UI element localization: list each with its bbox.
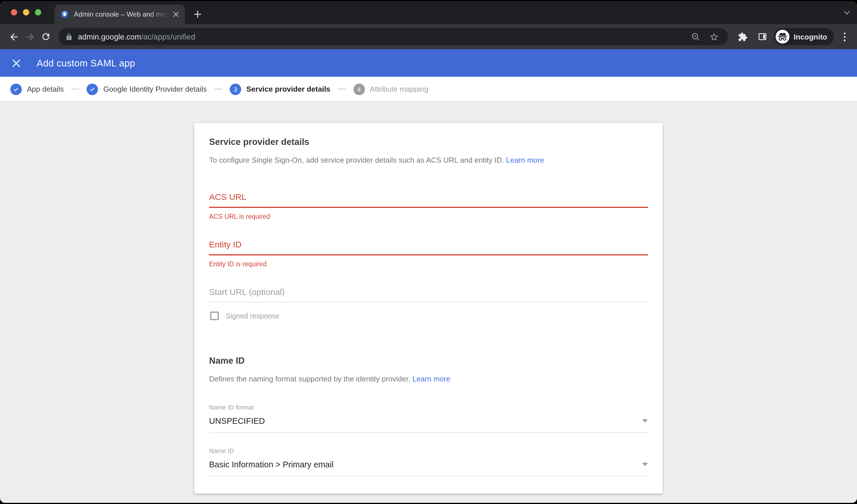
signed-response-row[interactable]: Signed response xyxy=(210,312,648,320)
step-service-provider-details[interactable]: 3 Service provider details xyxy=(230,83,330,95)
name-id-title: Name ID xyxy=(209,356,648,366)
bookmark-star-icon[interactable] xyxy=(707,30,721,44)
browser-menu-icon[interactable] xyxy=(838,30,851,44)
step-label: App details xyxy=(27,85,64,94)
new-tab-icon[interactable] xyxy=(190,6,206,22)
step-app-details[interactable]: App details xyxy=(10,83,64,95)
incognito-label: Incognito xyxy=(794,32,827,41)
step-google-idp-details[interactable]: Google Identity Provider details xyxy=(87,83,207,95)
reload-icon[interactable] xyxy=(38,29,54,45)
dialog-header: Add custom SAML app xyxy=(0,49,857,77)
entity-id-label: Entity ID xyxy=(209,239,648,249)
name-id-format-label: Name ID format xyxy=(209,404,648,410)
window-minimize-button[interactable] xyxy=(23,9,29,15)
acs-url-field[interactable]: ACS URL ACS URL is required xyxy=(209,192,648,220)
step-connector xyxy=(214,89,222,90)
screen: Admin console – Web and mob xyxy=(0,1,857,504)
acs-url-error: ACS URL is required xyxy=(209,213,648,220)
step-label: Google Identity Provider details xyxy=(103,85,207,94)
name-id-label: Name ID xyxy=(209,447,648,454)
learn-more-link[interactable]: Learn more xyxy=(413,374,451,383)
dropdown-caret-icon xyxy=(642,419,648,423)
browser-toolbar: admin.google.com/ac/apps/unified xyxy=(0,24,857,49)
signed-response-checkbox[interactable] xyxy=(210,312,219,320)
section-description: To configure Single Sign-On, add service… xyxy=(209,156,648,164)
step-check-icon xyxy=(87,83,98,95)
start-url-field[interactable]: Start URL (optional) xyxy=(209,287,648,302)
signed-response-label: Signed response xyxy=(226,312,280,320)
field-underline xyxy=(209,476,648,476)
name-id-format-select[interactable]: Name ID format UNSPECIFIED xyxy=(209,404,648,433)
back-icon[interactable] xyxy=(6,29,22,45)
zoom-out-icon[interactable] xyxy=(689,30,703,44)
window-close-button[interactable] xyxy=(11,9,17,15)
lock-icon xyxy=(65,33,73,40)
incognito-profile-badge[interactable]: Incognito xyxy=(774,28,834,45)
name-id-description: Defines the naming format supported by t… xyxy=(209,374,648,383)
step-number: 4 xyxy=(353,83,365,95)
description-text: Defines the naming format supported by t… xyxy=(209,374,410,383)
tab-strip: Admin console – Web and mob xyxy=(0,1,857,24)
step-label: Service provider details xyxy=(246,85,330,94)
entity-id-field[interactable]: Entity ID Entity ID is required xyxy=(209,239,648,267)
url-path: /ac/apps/unified xyxy=(141,32,195,41)
extensions-puzzle-icon[interactable] xyxy=(735,29,751,45)
forward-icon[interactable] xyxy=(22,29,38,45)
field-underline xyxy=(209,302,648,302)
browser-window: Admin console – Web and mob xyxy=(0,1,857,503)
side-panel-icon[interactable] xyxy=(754,29,770,45)
browser-tab-active[interactable]: Admin console – Web and mob xyxy=(54,4,185,24)
dropdown-caret-icon xyxy=(642,463,648,466)
field-underline xyxy=(209,207,648,208)
field-underline xyxy=(209,254,648,255)
field-underline xyxy=(209,432,648,433)
dialog-content: Service provider details To configure Si… xyxy=(0,102,857,503)
step-number: 3 xyxy=(230,83,241,95)
url-host: admin.google.com xyxy=(78,32,141,41)
window-controls xyxy=(11,9,41,15)
tab-title: Admin console – Web and mob xyxy=(74,10,171,18)
step-connector xyxy=(71,89,79,90)
start-url-placeholder: Start URL (optional) xyxy=(209,287,648,297)
step-connector xyxy=(338,89,346,90)
tab-close-icon[interactable] xyxy=(171,10,181,19)
section-title: Service provider details xyxy=(209,137,648,147)
admin-console-favicon xyxy=(60,10,69,19)
name-id-select[interactable]: Name ID Basic Information > Primary emai… xyxy=(209,447,648,476)
address-bar[interactable]: admin.google.com/ac/apps/unified xyxy=(58,28,728,45)
name-id-format-value: UNSPECIFIED xyxy=(209,416,265,425)
step-check-icon xyxy=(10,83,22,95)
acs-url-label: ACS URL xyxy=(209,192,648,202)
entity-id-error: Entity ID is required xyxy=(209,261,648,267)
toolbar-actions: Incognito xyxy=(735,28,851,45)
close-icon[interactable] xyxy=(10,57,22,69)
dialog-title: Add custom SAML app xyxy=(37,57,135,68)
tab-search-chevron-icon[interactable] xyxy=(842,8,851,17)
step-label: Attribute mapping xyxy=(370,85,428,94)
url-text: admin.google.com/ac/apps/unified xyxy=(78,32,684,41)
learn-more-link[interactable]: Learn more xyxy=(506,156,544,164)
incognito-icon xyxy=(775,30,789,44)
service-provider-card: Service provider details To configure Si… xyxy=(194,123,663,494)
name-id-value: Basic Information > Primary email xyxy=(209,460,333,469)
window-zoom-button[interactable] xyxy=(35,9,41,15)
step-attribute-mapping: 4 Attribute mapping xyxy=(353,83,428,95)
description-text: To configure Single Sign-On, add service… xyxy=(209,156,504,164)
wizard-stepper: App details Google Identity Provider det… xyxy=(0,77,857,102)
